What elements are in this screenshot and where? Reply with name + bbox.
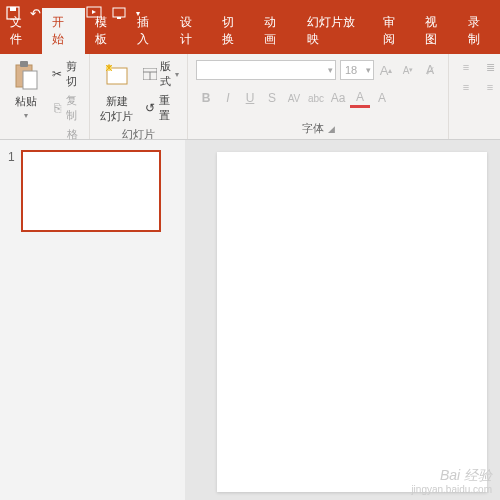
bullets-button[interactable]: ≡ [455, 58, 477, 76]
paste-icon [10, 60, 42, 92]
ribbon: 粘贴 ▾ ✂剪切 ⎘复制 🖌格式刷 剪贴板◢ 新建 幻灯片 版式▾ ↺重置 幻灯… [0, 54, 500, 140]
new-slide-label: 新建 幻灯片 [100, 94, 133, 124]
tab-view[interactable]: 视图 [415, 8, 457, 54]
paste-label: 粘贴 [15, 94, 37, 109]
bold-button[interactable]: B [196, 88, 216, 108]
svg-rect-6 [20, 61, 28, 67]
ribbon-tabs: 文件 开始 模板 插入 设计 切换 动画 幻灯片放映 审阅 视图 录制 [0, 26, 500, 54]
chevron-down-icon: ▾ [328, 65, 333, 75]
align-left-button[interactable]: ≡ [455, 78, 477, 96]
numbering-button[interactable]: ≣ [479, 58, 500, 76]
slide-canvas[interactable] [217, 152, 487, 492]
cut-label: 剪切 [66, 59, 81, 89]
chevron-down-icon: ▾ [24, 111, 28, 120]
watermark-url: jingyan.baidu.com [411, 484, 492, 496]
font-name-combo[interactable]: ▾ [196, 60, 336, 80]
font-group-label: 字体 [302, 121, 324, 136]
tab-home[interactable]: 开始 [42, 8, 84, 54]
tab-review[interactable]: 审阅 [373, 8, 415, 54]
ribbon-group-clipboard: 粘贴 ▾ ✂剪切 ⎘复制 🖌格式刷 剪贴板◢ [0, 54, 90, 139]
tab-slideshow[interactable]: 幻灯片放映 [297, 8, 373, 54]
tab-transitions[interactable]: 切换 [212, 8, 254, 54]
tab-templates[interactable]: 模板 [85, 8, 127, 54]
new-slide-icon [101, 60, 133, 92]
strikethrough-button[interactable]: S [262, 88, 282, 108]
font-color-button[interactable]: A [350, 88, 370, 108]
tab-record[interactable]: 录制 [458, 8, 500, 54]
chevron-down-icon: ▾ [366, 65, 371, 75]
change-case-button[interactable]: Aa [328, 88, 348, 108]
tab-file[interactable]: 文件 [0, 8, 42, 54]
slide-editor-area: ↖ [185, 140, 500, 500]
char-spacing-button[interactable]: AV [284, 88, 304, 108]
slide-number: 1 [8, 150, 15, 232]
tab-insert[interactable]: 插入 [127, 8, 169, 54]
ribbon-group-paragraph: ≡ ≣ ⇤ ⇥ ≡ ≡ ≡ ⇅ [449, 54, 500, 139]
reset-label: 重置 [159, 93, 179, 123]
layout-label: 版式 [160, 59, 172, 89]
thumbnail-panel: 1 [0, 140, 185, 500]
list-item[interactable]: 1 [8, 150, 177, 232]
ribbon-group-font: ▾ 18▾ A▴ A▾ A̷ B I U S AV abc Aa A A 字体◢ [188, 54, 449, 139]
tab-animations[interactable]: 动画 [254, 8, 296, 54]
tab-design[interactable]: 设计 [170, 8, 212, 54]
launcher-icon[interactable]: ◢ [328, 124, 335, 134]
clear-format-button[interactable]: A̷ [420, 60, 440, 80]
watermark: Bai 经验 jingyan.baidu.com [411, 467, 492, 496]
copy-label: 复制 [66, 93, 81, 123]
layout-icon [143, 67, 157, 82]
copy-icon: ⎘ [52, 101, 63, 116]
decrease-font-button[interactable]: A▾ [398, 60, 418, 80]
scissors-icon: ✂ [52, 67, 63, 82]
highlight-button[interactable]: A [372, 88, 392, 108]
slide-thumbnail[interactable] [21, 150, 161, 232]
increase-font-button[interactable]: A▴ [376, 60, 396, 80]
cut-button[interactable]: ✂剪切 [50, 58, 83, 90]
abc-button[interactable]: abc [306, 88, 326, 108]
copy-button[interactable]: ⎘复制 [50, 92, 83, 124]
workspace: 1 ↖ [0, 140, 500, 500]
layout-button[interactable]: 版式▾ [141, 58, 181, 90]
italic-button[interactable]: I [218, 88, 238, 108]
underline-button[interactable]: U [240, 88, 260, 108]
reset-icon: ↺ [143, 101, 156, 116]
font-size-combo[interactable]: 18▾ [340, 60, 374, 80]
font-size-value: 18 [345, 64, 357, 76]
watermark-brand: Bai 经验 [411, 467, 492, 484]
ribbon-group-slides: 新建 幻灯片 版式▾ ↺重置 幻灯片 [90, 54, 188, 139]
svg-rect-7 [23, 71, 37, 89]
new-slide-button[interactable]: 新建 幻灯片 [96, 58, 137, 126]
reset-button[interactable]: ↺重置 [141, 92, 181, 124]
align-center-button[interactable]: ≡ [479, 78, 500, 96]
